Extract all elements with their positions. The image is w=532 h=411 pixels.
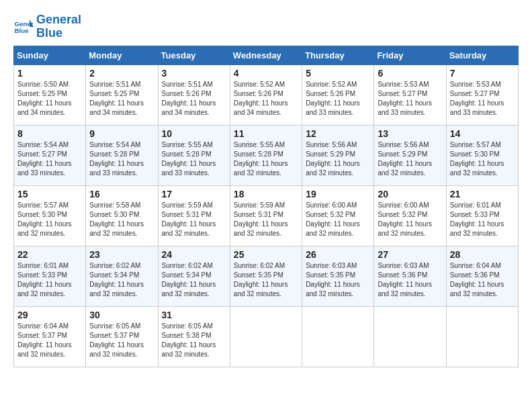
calendar-cell: 26 Sunrise: 6:03 AMSunset: 5:35 PMDaylig… [302, 246, 374, 306]
day-info: Sunrise: 5:53 AMSunset: 5:27 PMDaylight:… [378, 81, 432, 116]
day-header-friday: Friday [374, 46, 446, 64]
day-info: Sunrise: 6:00 AMSunset: 5:32 PMDaylight:… [306, 201, 360, 237]
calendar-cell: 21 Sunrise: 6:01 AMSunset: 5:33 PMDaylig… [446, 185, 518, 246]
calendar-cell: 3 Sunrise: 5:51 AMSunset: 5:26 PMDayligh… [158, 64, 230, 125]
logo-icon: General Blue [13, 17, 34, 37]
day-number: 7 [450, 68, 515, 79]
calendar-cell: 17 Sunrise: 5:59 AMSunset: 5:31 PMDaylig… [158, 185, 230, 246]
day-number: 6 [378, 68, 442, 79]
day-info: Sunrise: 6:05 AMSunset: 5:37 PMDaylight:… [89, 322, 144, 358]
calendar-cell [374, 306, 446, 367]
calendar-cell: 5 Sunrise: 5:52 AMSunset: 5:26 PMDayligh… [302, 64, 374, 125]
day-info: Sunrise: 5:54 AMSunset: 5:28 PMDaylight:… [89, 141, 144, 177]
calendar-cell: 27 Sunrise: 6:03 AMSunset: 5:36 PMDaylig… [374, 246, 446, 306]
calendar-cell: 19 Sunrise: 6:00 AMSunset: 5:32 PMDaylig… [302, 185, 374, 246]
day-header-tuesday: Tuesday [158, 46, 230, 64]
calendar-cell: 14 Sunrise: 5:57 AMSunset: 5:30 PMDaylig… [446, 125, 518, 185]
calendar-cell: 30 Sunrise: 6:05 AMSunset: 5:37 PMDaylig… [86, 306, 158, 367]
header: General Blue GeneralBlue [13, 13, 519, 40]
calendar-cell: 4 Sunrise: 5:52 AMSunset: 5:26 PMDayligh… [230, 64, 302, 125]
day-info: Sunrise: 6:05 AMSunset: 5:38 PMDaylight:… [162, 322, 216, 358]
day-number: 30 [89, 310, 154, 320]
day-info: Sunrise: 5:55 AMSunset: 5:28 PMDaylight:… [234, 141, 288, 177]
day-info: Sunrise: 5:54 AMSunset: 5:27 PMDaylight:… [17, 141, 72, 177]
calendar-cell: 15 Sunrise: 5:57 AMSunset: 5:30 PMDaylig… [14, 185, 86, 246]
day-number: 23 [89, 249, 154, 260]
day-number: 5 [306, 68, 370, 79]
day-header-saturday: Saturday [446, 46, 518, 64]
day-number: 2 [89, 68, 154, 79]
calendar-cell: 31 Sunrise: 6:05 AMSunset: 5:38 PMDaylig… [158, 306, 230, 367]
day-number: 1 [17, 68, 82, 79]
day-number: 15 [17, 189, 82, 199]
day-info: Sunrise: 6:02 AMSunset: 5:34 PMDaylight:… [162, 262, 216, 298]
calendar-cell [446, 306, 518, 367]
calendar-cell: 22 Sunrise: 6:01 AMSunset: 5:33 PMDaylig… [14, 246, 86, 306]
calendar-cell: 20 Sunrise: 6:00 AMSunset: 5:32 PMDaylig… [374, 185, 446, 246]
day-number: 4 [234, 68, 298, 79]
day-header-thursday: Thursday [302, 46, 374, 64]
day-info: Sunrise: 5:58 AMSunset: 5:30 PMDaylight:… [89, 201, 144, 237]
calendar-cell: 18 Sunrise: 5:59 AMSunset: 5:31 PMDaylig… [230, 185, 302, 246]
day-info: Sunrise: 6:04 AMSunset: 5:37 PMDaylight:… [17, 322, 72, 358]
day-number: 18 [234, 189, 298, 199]
calendar-cell: 16 Sunrise: 5:58 AMSunset: 5:30 PMDaylig… [86, 185, 158, 246]
day-number: 20 [378, 189, 442, 199]
calendar-cell: 8 Sunrise: 5:54 AMSunset: 5:27 PMDayligh… [14, 125, 86, 185]
logo-text: GeneralBlue [36, 13, 81, 40]
day-info: Sunrise: 5:51 AMSunset: 5:26 PMDaylight:… [162, 81, 216, 116]
calendar-cell: 25 Sunrise: 6:02 AMSunset: 5:35 PMDaylig… [230, 246, 302, 306]
day-number: 27 [378, 249, 442, 260]
calendar-cell: 7 Sunrise: 5:53 AMSunset: 5:27 PMDayligh… [446, 64, 518, 125]
day-number: 3 [162, 68, 226, 79]
calendar-cell: 6 Sunrise: 5:53 AMSunset: 5:27 PMDayligh… [374, 64, 446, 125]
day-info: Sunrise: 5:57 AMSunset: 5:30 PMDaylight:… [17, 201, 72, 237]
day-info: Sunrise: 5:55 AMSunset: 5:28 PMDaylight:… [162, 141, 216, 177]
calendar-cell: 29 Sunrise: 6:04 AMSunset: 5:37 PMDaylig… [14, 306, 86, 367]
day-info: Sunrise: 5:50 AMSunset: 5:25 PMDaylight:… [17, 81, 72, 116]
calendar-cell: 1 Sunrise: 5:50 AMSunset: 5:25 PMDayligh… [14, 64, 86, 125]
day-number: 14 [450, 128, 515, 139]
calendar-cell: 9 Sunrise: 5:54 AMSunset: 5:28 PMDayligh… [86, 125, 158, 185]
calendar-week-5: 29 Sunrise: 6:04 AMSunset: 5:37 PMDaylig… [14, 306, 519, 367]
calendar-week-1: 1 Sunrise: 5:50 AMSunset: 5:25 PMDayligh… [14, 64, 519, 125]
day-info: Sunrise: 5:57 AMSunset: 5:30 PMDaylight:… [450, 141, 504, 177]
day-header-sunday: Sunday [14, 46, 86, 64]
day-number: 11 [234, 128, 298, 139]
day-header-wednesday: Wednesday [230, 46, 302, 64]
day-number: 13 [378, 128, 442, 139]
calendar-cell [230, 306, 302, 367]
day-number: 17 [162, 189, 226, 199]
calendar-cell: 11 Sunrise: 5:55 AMSunset: 5:28 PMDaylig… [230, 125, 302, 185]
day-number: 24 [162, 249, 226, 260]
calendar-cell: 23 Sunrise: 6:02 AMSunset: 5:34 PMDaylig… [86, 246, 158, 306]
calendar-cell: 10 Sunrise: 5:55 AMSunset: 5:28 PMDaylig… [158, 125, 230, 185]
calendar-cell: 2 Sunrise: 5:51 AMSunset: 5:25 PMDayligh… [86, 64, 158, 125]
day-number: 16 [89, 189, 154, 199]
day-number: 12 [306, 128, 370, 139]
calendar-week-2: 8 Sunrise: 5:54 AMSunset: 5:27 PMDayligh… [14, 125, 519, 185]
calendar-week-4: 22 Sunrise: 6:01 AMSunset: 5:33 PMDaylig… [14, 246, 519, 306]
day-info: Sunrise: 5:51 AMSunset: 5:25 PMDaylight:… [89, 81, 144, 116]
calendar-cell: 24 Sunrise: 6:02 AMSunset: 5:34 PMDaylig… [158, 246, 230, 306]
calendar-table: SundayMondayTuesdayWednesdayThursdayFrid… [13, 46, 519, 367]
day-info: Sunrise: 5:56 AMSunset: 5:29 PMDaylight:… [306, 141, 360, 177]
day-info: Sunrise: 6:04 AMSunset: 5:36 PMDaylight:… [450, 262, 504, 298]
logo: General Blue GeneralBlue [13, 13, 81, 40]
day-info: Sunrise: 5:59 AMSunset: 5:31 PMDaylight:… [162, 201, 216, 237]
day-number: 29 [17, 310, 82, 320]
day-info: Sunrise: 5:52 AMSunset: 5:26 PMDaylight:… [306, 81, 360, 116]
day-info: Sunrise: 6:01 AMSunset: 5:33 PMDaylight:… [17, 262, 72, 298]
day-number: 22 [17, 249, 82, 260]
day-info: Sunrise: 6:01 AMSunset: 5:33 PMDaylight:… [450, 201, 504, 237]
day-number: 9 [89, 128, 154, 139]
day-number: 31 [162, 310, 226, 320]
day-number: 21 [450, 189, 515, 199]
svg-text:Blue: Blue [15, 27, 30, 34]
day-number: 19 [306, 189, 370, 199]
day-number: 10 [162, 128, 226, 139]
day-number: 25 [234, 249, 298, 260]
day-info: Sunrise: 5:59 AMSunset: 5:31 PMDaylight:… [234, 201, 288, 237]
day-number: 8 [17, 128, 82, 139]
calendar-week-3: 15 Sunrise: 5:57 AMSunset: 5:30 PMDaylig… [14, 185, 519, 246]
